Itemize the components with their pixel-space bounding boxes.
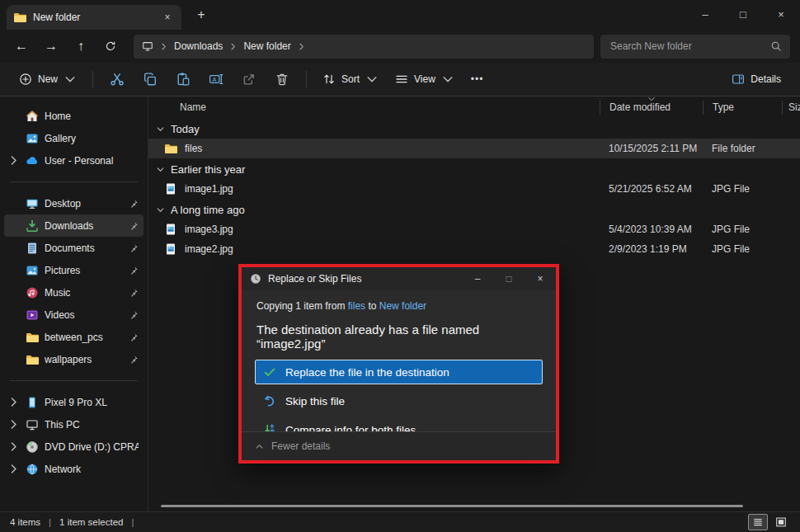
breadcrumb-new-folder[interactable]: New folder [243,40,290,52]
sidebar-item-wallpapers[interactable]: wallpapers [4,348,144,370]
dialog-option-skip-this-file[interactable]: Skip this file [255,388,543,413]
address-bar[interactable]: Downloads New folder [134,35,594,59]
expander-spacer [7,111,20,121]
sort-caret-icon [647,97,656,102]
dialog-maximize-button: □ [493,267,525,290]
paste-button[interactable] [167,66,199,92]
search-box[interactable] [600,35,790,59]
details-panel-icon [732,73,745,86]
view-button[interactable]: View [388,68,462,91]
chevron-right-icon[interactable] [7,464,20,474]
column-header-type[interactable]: Type [703,101,782,115]
column-header-name[interactable]: Name [148,101,600,115]
chevron-down-icon [156,205,165,214]
folder-icon [26,353,39,366]
sidebar-item-between-pcs[interactable]: between_pcs [4,326,144,348]
tab-title: New folder [33,12,153,23]
sidebar-item-network[interactable]: Network [4,458,144,480]
image-icon [164,182,177,195]
dialog-minimize-button[interactable]: – [462,267,493,290]
chevron-down-icon [64,73,77,86]
more-options-button[interactable]: ••• [464,68,492,90]
phone-icon [26,396,39,409]
chevron-right-icon[interactable] [7,398,20,407]
copy-status-joiner: to [365,300,379,312]
refresh-button[interactable] [96,34,125,59]
sidebar-item-label: Downloads [45,220,120,232]
file-row-image3-jpg[interactable]: image3.jpg5/4/2023 10:39 AMJPG File [148,219,800,239]
group-header-today[interactable]: Today [148,120,800,139]
pin-icon [129,288,139,298]
image-icon [164,223,177,236]
column-header-size[interactable]: Size [782,101,800,115]
toolbar-divider [92,71,93,87]
monitor-icon [26,418,39,431]
details-view-toggle[interactable] [748,514,768,530]
horizontal-scrollbar[interactable] [161,505,743,507]
chevron-right-icon[interactable] [7,420,20,430]
sidebar-item-home[interactable]: Home [4,105,144,127]
file-row-files[interactable]: files10/15/2025 2:11 PMFile folder [148,139,800,158]
details-button[interactable]: Details [724,68,788,91]
back-button[interactable]: ← [7,34,36,59]
breadcrumb-downloads[interactable]: Downloads [174,40,223,52]
dialog-close-button[interactable]: × [525,267,556,290]
group-header-earlier-this-year[interactable]: Earlier this year [148,160,800,179]
column-header-label: Name [180,101,206,113]
dialog-option-replace-the-file-in-the-destination[interactable]: Replace the file in the destination [255,360,543,384]
close-button[interactable]: × [762,0,800,28]
column-header-date-modified[interactable]: Date modified [600,101,703,115]
delete-button[interactable] [266,66,298,92]
sidebar-item-dvd-drive-d-cpra-x64fre[interactable]: DVD Drive (D:) CPRA_X64FRE_ [4,435,144,458]
videos-icon [26,308,39,322]
minimize-button[interactable]: – [686,0,724,28]
file-name-cell: image1.jpg [148,182,600,195]
group-label: Earlier this year [171,163,245,176]
copy-button[interactable] [134,66,166,92]
search-input[interactable] [609,40,770,53]
file-row-image1-jpg[interactable]: image1.jpg5/21/2025 6:52 AMJPG File [148,179,800,199]
file-name: image1.jpg [185,183,233,195]
sidebar-item-label: Pixel 9 Pro XL [45,397,139,408]
sidebar-item-gallery[interactable]: Gallery [4,127,144,149]
destination-folder-link[interactable]: New folder [379,300,426,312]
rename-button[interactable]: A [200,66,232,92]
forward-button[interactable]: → [36,34,66,59]
sidebar-item-desktop[interactable]: Desktop [4,192,144,214]
sidebar-item-pictures[interactable]: Pictures [4,259,144,281]
sidebar-item-pixel-9-pro-xl[interactable]: Pixel 9 Pro XL [4,391,144,413]
tab-new-folder[interactable]: New folder × [7,5,181,30]
large-icons-view-toggle[interactable] [772,515,790,530]
maximize-button[interactable]: □ [724,0,762,28]
sidebar-item-user-personal[interactable]: User - Personal [4,149,144,172]
group-header-a-long-time-ago[interactable]: A long time ago [148,200,800,219]
fewer-details-button[interactable]: Fewer details [242,431,556,460]
image-icon [164,242,177,256]
sidebar-item-documents[interactable]: Documents [4,237,144,259]
share-button[interactable] [233,66,265,92]
gallery-icon [26,132,39,145]
dialog-option-compare-info-for-both-files[interactable]: Compare info for both files [255,417,543,431]
sidebar-item-music[interactable]: Music [4,281,144,304]
file-row-image2-jpg[interactable]: image2.jpg2/9/2023 1:19 PMJPG File [148,239,800,259]
sidebar-item-this-pc[interactable]: This PC [4,413,144,435]
source-folder-link[interactable]: files [348,300,365,312]
svg-text:A: A [213,76,217,83]
sidebar-divider [10,380,138,381]
new-button[interactable]: New [12,68,84,91]
sidebar-item-downloads[interactable]: Downloads [4,214,144,237]
sidebar-item-label: Music [45,287,120,299]
chevron-right-icon[interactable] [7,442,20,452]
ellipsis-icon: ••• [471,73,484,85]
file-type: JPG File [703,243,782,255]
chevron-right-icon[interactable] [7,156,20,166]
cut-button[interactable] [101,66,133,92]
up-button[interactable]: ↑ [66,34,96,59]
file-date-modified: 2/9/2023 1:19 PM [600,243,703,255]
new-tab-button[interactable]: + [190,3,213,26]
sidebar-item-videos[interactable]: Videos [4,304,144,326]
file-name-cell: image3.jpg [148,223,600,236]
copy-progress-icon [250,273,261,285]
sort-button[interactable]: Sort [315,68,386,91]
tab-close-button[interactable]: × [160,10,175,25]
